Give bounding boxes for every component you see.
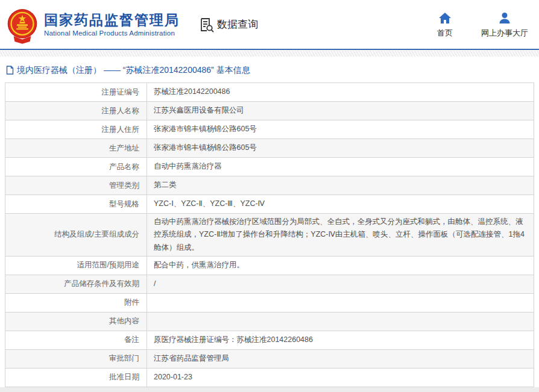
table-row: 结构及组成/主要组成成分自动中药熏蒸治疗器械按治疗区域范围分为局部式、全自式，全…: [5, 214, 534, 257]
row-label-text: 附件: [124, 297, 139, 308]
row-value-text: 江苏省药品监督管理局: [154, 352, 229, 365]
row-value: 自动中药熏蒸治疗器: [147, 158, 534, 176]
row-value: 2020-01-23: [147, 369, 534, 387]
row-label: 型号规格: [5, 195, 147, 213]
table-row: 适用范围/预期用途配合中药，供熏蒸治疗用。: [5, 257, 534, 275]
person-icon: [499, 12, 511, 24]
row-label-text: 适用范围/预期用途: [77, 260, 139, 270]
breadcrumb-text: 境内医疗器械（注册） —— “苏械注准20142200486” 基本信息: [17, 65, 250, 76]
document-search-icon: [199, 17, 215, 33]
row-label: 注册人名称: [5, 102, 147, 120]
row-value: 张家港市锦丰镇杨锦公路605号: [147, 120, 534, 138]
home-icon: [438, 12, 452, 24]
info-table: 注册证编号苏械注准20142200486注册人名称江苏兴鑫医用设备有限公司注册人…: [5, 82, 534, 392]
row-value: 江苏兴鑫医用设备有限公司: [147, 102, 534, 120]
nav-home-label: 首页: [437, 28, 453, 39]
row-label-text: 产品名称: [109, 162, 139, 172]
row-label-text: 注册证编号: [102, 87, 140, 98]
data-query-tab[interactable]: 数据查询: [199, 17, 258, 33]
breadcrumb: 境内医疗器械（注册） —— “苏械注准20142200486” 基本信息: [6, 64, 539, 76]
row-value-text: 江苏兴鑫医用设备有限公司: [154, 104, 244, 117]
site-header: 国家药品监督管理局 National Medical Products Admi…: [0, 0, 539, 50]
table-row: 备注原医疗器械注册证编号：苏械注准20142260486: [5, 331, 534, 350]
hatched-divider: [0, 51, 539, 57]
row-label: 备注: [5, 331, 147, 349]
table-row: 注册人住所张家港市锦丰镇杨锦公路605号: [5, 120, 534, 139]
row-value: 苏械注准20142200486: [147, 83, 534, 101]
row-value: /: [147, 275, 534, 293]
row-value-text: /: [154, 278, 156, 290]
row-label: 批准日期: [5, 369, 147, 387]
row-label: 附件: [5, 294, 147, 312]
row-label: 结构及组成/主要组成成分: [5, 214, 147, 256]
row-label-text: 审批部门: [109, 353, 139, 364]
national-emblem-icon: [6, 8, 39, 44]
row-label-text: 其他内容: [109, 316, 139, 326]
row-label: 其他内容: [5, 313, 147, 331]
org-title-block: 国家药品监督管理局 National Medical Products Admi…: [44, 12, 180, 37]
table-row: 产品储存条件及有效期/: [5, 275, 534, 294]
row-label: 生产地址: [5, 139, 147, 157]
table-row: 型号规格YZC-Ⅰ、YZC-Ⅱ、YZC-Ⅲ、YZC-Ⅳ: [5, 195, 534, 214]
table-row: 注册人名称江苏兴鑫医用设备有限公司: [5, 102, 534, 120]
header-nav: 首页 网上办事大厅: [433, 12, 528, 39]
table-row: 审批部门江苏省药品监督管理局: [5, 350, 534, 369]
row-value-text: YZC-Ⅰ、YZC-Ⅱ、YZC-Ⅲ、YZC-Ⅳ: [154, 198, 265, 210]
data-query-label: 数据查询: [217, 17, 258, 31]
nav-home[interactable]: 首页: [433, 12, 457, 39]
nav-online-hall[interactable]: 网上办事大厅: [481, 12, 528, 39]
row-label-text: 备注: [124, 335, 139, 345]
row-label-text: 管理类别: [109, 181, 139, 191]
row-label: 注册证编号: [5, 83, 147, 101]
row-value-text: 张家港市锦丰镇杨锦公路605号: [154, 142, 257, 154]
row-value: YZC-Ⅰ、YZC-Ⅱ、YZC-Ⅲ、YZC-Ⅳ: [147, 195, 534, 213]
row-value: 第二类: [147, 176, 534, 194]
row-label: 适用范围/预期用途: [5, 257, 147, 275]
table-row: 产品名称自动中药熏蒸治疗器: [5, 158, 534, 176]
row-label-text: 批准日期: [109, 372, 139, 382]
row-value-text: 自动中药熏蒸治疗器: [154, 160, 222, 173]
row-value: 配合中药，供熏蒸治疗用。: [147, 257, 534, 275]
row-label: 产品储存条件及有效期: [5, 275, 147, 293]
org-name-cn: 国家药品监督管理局: [44, 12, 180, 28]
row-value: 原医疗器械注册证编号：苏械注准20142260486: [147, 331, 534, 349]
nav-hall-label: 网上办事大厅: [481, 28, 528, 39]
row-value-text: 自动中药熏蒸治疗器械按治疗区域范围分为局部式、全自式，全身式又分为座式和躺式，由…: [154, 216, 526, 254]
table-row: 附件: [5, 294, 534, 313]
row-value-text: 2020-01-23: [154, 371, 192, 384]
row-label-text: 注册人名称: [102, 106, 140, 116]
row-label: 注册人住所: [5, 120, 147, 138]
row-label: 管理类别: [5, 176, 147, 194]
page-icon: [6, 66, 14, 75]
row-label-text: 产品储存条件及有效期: [64, 279, 139, 289]
row-label-text: 生产地址: [109, 143, 139, 154]
table-row: 其他内容: [5, 313, 534, 331]
row-value-text: 苏械注准20142200486: [154, 86, 230, 98]
org-name-en: National Medical Products Administration: [44, 30, 180, 37]
row-label-text: 结构及组成/主要组成成分: [54, 229, 139, 240]
row-value: 自动中药熏蒸治疗器械按治疗区域范围分为局部式、全自式，全身式又分为座式和躺式，由…: [147, 214, 534, 256]
row-value: 江苏省药品监督管理局: [147, 350, 534, 368]
table-row: 管理类别第二类: [5, 176, 534, 195]
row-label-text: 型号规格: [109, 199, 139, 210]
row-label: 审批部门: [5, 350, 147, 368]
table-row: 生产地址张家港市锦丰镇杨锦公路605号: [5, 139, 534, 158]
row-value-text: 配合中药，供熏蒸治疗用。: [154, 259, 244, 272]
row-value-text: 原医疗器械注册证编号：苏械注准20142260486: [154, 334, 313, 346]
row-label: 产品名称: [5, 158, 147, 176]
row-value: [147, 294, 534, 312]
table-row: 注册证编号苏械注准20142200486: [5, 83, 534, 102]
table-row: 批准日期2020-01-23: [5, 369, 534, 387]
row-value-text: 张家港市锦丰镇杨锦公路605号: [154, 123, 257, 135]
row-value: [147, 313, 534, 331]
row-label-text: 注册人住所: [102, 125, 140, 135]
row-value-text: 第二类: [154, 179, 177, 191]
footer-strip: [0, 387, 539, 392]
row-value: 张家港市锦丰镇杨锦公路605号: [147, 139, 534, 157]
